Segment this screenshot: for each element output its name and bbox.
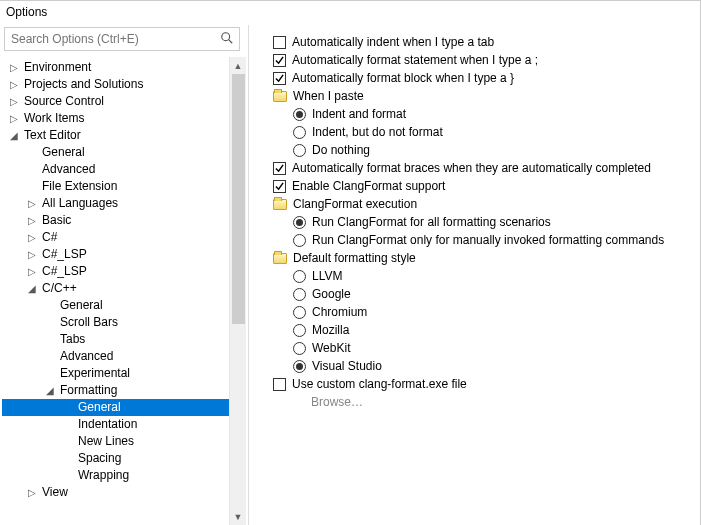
tree-item[interactable]: ▷Environment (2, 59, 229, 76)
auto-format-auto-braces-checkbox[interactable] (273, 162, 286, 175)
scroll-down-arrow[interactable]: ▼ (230, 508, 246, 525)
tree-item-label: Advanced (56, 348, 113, 365)
tree-twisty-icon[interactable]: ▷ (8, 110, 20, 127)
style-mozilla-label: Mozilla (312, 321, 349, 339)
paste-indent-only-radio[interactable] (293, 126, 306, 139)
tree-item[interactable]: ▷View (2, 484, 229, 501)
tree-item[interactable]: File Extension (2, 178, 229, 195)
scroll-up-arrow[interactable]: ▲ (230, 57, 246, 74)
auto-format-auto-braces-label: Automatically format braces when they ar… (292, 159, 651, 177)
clang-exec-header: ClangFormat execution (293, 195, 417, 213)
tree-item[interactable]: ◢Formatting (2, 382, 229, 399)
style-vs-label: Visual Studio (312, 357, 382, 375)
auto-format-semicolon-checkbox[interactable] (273, 54, 286, 67)
tree-item-label: Basic (38, 212, 71, 229)
tree-twisty-icon[interactable]: ▷ (8, 93, 20, 110)
options-panel: Automatically indent when I type a tab A… (248, 25, 700, 525)
tree-item[interactable]: ◢C/C++ (2, 280, 229, 297)
auto-format-semicolon-label: Automatically format statement when I ty… (292, 51, 538, 69)
tree-item[interactable]: Experimental (2, 365, 229, 382)
style-webkit-radio[interactable] (293, 342, 306, 355)
tree-twisty-icon[interactable]: ▷ (26, 195, 38, 212)
folder-icon (273, 199, 287, 210)
tree-twisty-icon[interactable]: ▷ (26, 229, 38, 246)
tree-item-label: Formatting (56, 382, 117, 399)
style-chromium-label: Chromium (312, 303, 367, 321)
tree-item[interactable]: Indentation (2, 416, 229, 433)
tree-item-label: General (56, 297, 103, 314)
tree-item-label: General (74, 399, 121, 416)
tree-item-label: Spacing (74, 450, 121, 467)
tree-twisty-icon[interactable]: ▷ (26, 212, 38, 229)
tree-twisty-icon[interactable]: ▷ (26, 246, 38, 263)
tree-item-label: Source Control (20, 93, 104, 110)
style-mozilla-radio[interactable] (293, 324, 306, 337)
tree-twisty-icon[interactable]: ▷ (8, 59, 20, 76)
window-title: Options (0, 1, 700, 25)
tree-scrollbar[interactable]: ▲ ▼ (229, 57, 246, 525)
tree-item[interactable]: Advanced (2, 348, 229, 365)
svg-line-1 (229, 40, 233, 44)
paste-indent-only-label: Indent, but do not format (312, 123, 443, 141)
auto-indent-tab-label: Automatically indent when I type a tab (292, 33, 494, 51)
paste-nothing-label: Do nothing (312, 141, 370, 159)
tree-item-label: File Extension (38, 178, 117, 195)
tree-item-label: C# (38, 229, 57, 246)
tree-item[interactable]: New Lines (2, 433, 229, 450)
tree-twisty-icon[interactable]: ▷ (26, 484, 38, 501)
style-google-radio[interactable] (293, 288, 306, 301)
tree-item[interactable]: Spacing (2, 450, 229, 467)
tree-item[interactable]: Scroll Bars (2, 314, 229, 331)
tree-item[interactable]: Tabs (2, 331, 229, 348)
tree-item[interactable]: ▷Basic (2, 212, 229, 229)
scroll-thumb[interactable] (232, 74, 245, 324)
tree-item[interactable]: ▷C#_LSP (2, 263, 229, 280)
tree-item[interactable]: ◢Text Editor (2, 127, 229, 144)
clang-all-label: Run ClangFormat for all formatting scena… (312, 213, 551, 231)
tree-item-label: C#_LSP (38, 246, 87, 263)
tree-item-label: Tabs (56, 331, 85, 348)
tree-item[interactable]: ▷C#_LSP (2, 246, 229, 263)
style-chromium-radio[interactable] (293, 306, 306, 319)
tree-item-label: Experimental (56, 365, 130, 382)
auto-format-brace-label: Automatically format block when I type a… (292, 69, 514, 87)
tree-item-label: Wrapping (74, 467, 129, 484)
use-custom-exe-checkbox[interactable] (273, 378, 286, 391)
tree-item[interactable]: ▷Source Control (2, 93, 229, 110)
tree-item-label: New Lines (74, 433, 134, 450)
search-input[interactable] (4, 27, 240, 51)
tree-twisty-icon[interactable]: ▷ (26, 263, 38, 280)
style-vs-radio[interactable] (293, 360, 306, 373)
nav-tree[interactable]: ▷Environment▷Projects and Solutions▷Sour… (2, 57, 229, 525)
tree-item[interactable]: ▷Work Items (2, 110, 229, 127)
tree-item-label: Work Items (20, 110, 84, 127)
style-header: Default formatting style (293, 249, 416, 267)
search-icon (220, 31, 234, 45)
browse-link[interactable]: Browse… (311, 393, 363, 411)
style-llvm-radio[interactable] (293, 270, 306, 283)
tree-item[interactable]: Wrapping (2, 467, 229, 484)
tree-twisty-icon[interactable]: ◢ (8, 127, 20, 144)
tree-item[interactable]: ▷C# (2, 229, 229, 246)
tree-item[interactable]: General (2, 144, 229, 161)
tree-item-label: Environment (20, 59, 91, 76)
enable-clangformat-checkbox[interactable] (273, 180, 286, 193)
tree-item[interactable]: ▷Projects and Solutions (2, 76, 229, 93)
auto-format-brace-checkbox[interactable] (273, 72, 286, 85)
tree-item-label: C/C++ (38, 280, 77, 297)
clang-all-radio[interactable] (293, 216, 306, 229)
clang-manual-radio[interactable] (293, 234, 306, 247)
paste-nothing-radio[interactable] (293, 144, 306, 157)
tree-item-label: Text Editor (20, 127, 81, 144)
tree-twisty-icon[interactable]: ◢ (26, 280, 38, 297)
tree-item[interactable]: General (2, 399, 229, 416)
use-custom-exe-label: Use custom clang-format.exe file (292, 375, 467, 393)
tree-item[interactable]: ▷All Languages (2, 195, 229, 212)
tree-item[interactable]: General (2, 297, 229, 314)
tree-item[interactable]: Advanced (2, 161, 229, 178)
tree-twisty-icon[interactable]: ▷ (8, 76, 20, 93)
style-webkit-label: WebKit (312, 339, 350, 357)
tree-twisty-icon[interactable]: ◢ (44, 382, 56, 399)
auto-indent-tab-checkbox[interactable] (273, 36, 286, 49)
paste-indent-format-radio[interactable] (293, 108, 306, 121)
